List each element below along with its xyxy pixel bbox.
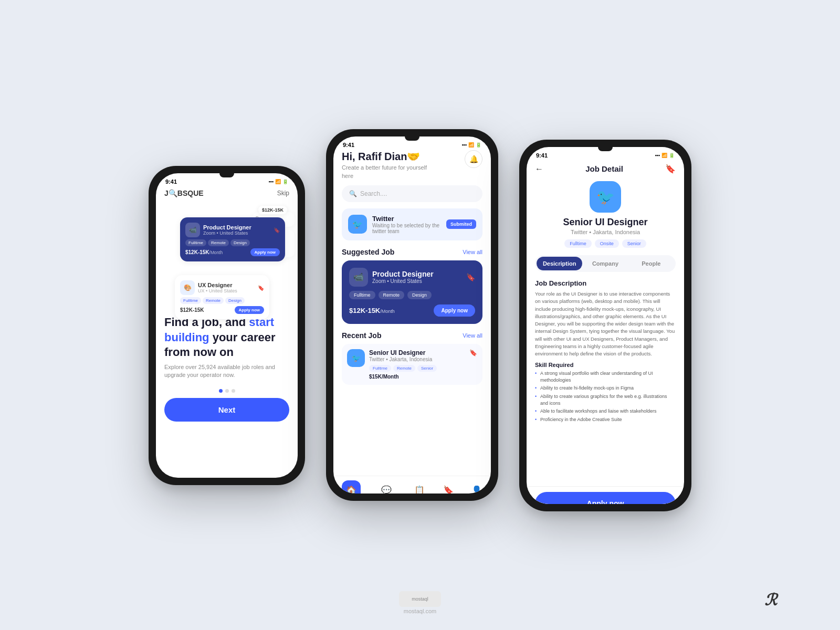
company-location: Twitter • Jakarta, Indonesia [535,229,676,235]
onboarding-subtext: Explore over 25,924 available job roles … [164,363,289,380]
nav-applied[interactable]: 📋 Applied [412,485,426,494]
ctag-onsite: Onsite [595,239,619,248]
notification-bell[interactable]: 🔔 [465,150,482,168]
recent-job-company: Twitter • Jakarta, Indonesia [369,356,465,362]
ftag-fulltime: Fulltime [349,291,375,299]
onboarding-content: J🔍BSQUE Skip $12K-15K 📹 Product Designer [156,187,298,478]
status-icons2: ▪▪▪ 📶 🔋 [461,142,481,148]
greeting-sub2: here [342,172,427,180]
jd-body: Your role as the UI Designer is to use i… [535,290,676,358]
job-cards-preview: $12K-15K 📹 Product Designer Zoom • Unite… [164,202,289,307]
tab-description[interactable]: Desicription [537,257,582,270]
wifi3-icon: 📶 [662,153,667,158]
skip-button[interactable]: Skip [277,190,289,197]
applied-card[interactable]: 🐦 Twitter Waiting to be selected by the … [342,208,482,240]
signal-icon: ▪▪▪ [268,179,274,184]
view-all2-btn[interactable]: View all [463,332,482,339]
ftag-remote: Remote [379,291,405,299]
jd-heading: Job Description [535,279,676,287]
card2-footer: $12K-15K Apply now [180,306,264,314]
detail-bookmark[interactable]: 🔖 [665,164,676,174]
detail-title: Job Detail [585,164,623,173]
nav-home[interactable]: 🏠 Home [342,480,361,494]
bookmark-icon[interactable]: 🔖 [274,227,280,233]
view-all-btn[interactable]: View all [463,249,482,255]
tab-company[interactable]: Company [582,257,628,270]
status-time2: 9:41 [343,142,354,148]
nav-profile[interactable]: 👤 Profile [471,485,483,494]
skill-2: Ability to create hi-fidelity mock-ups i… [535,385,676,392]
zoom-icon: 📹 [185,223,200,237]
battery-icon: 🔋 [282,179,288,184]
designer-signature: ℛ [764,591,777,609]
tag2-design: Design [225,297,245,304]
watermark: mostaql mostaql.com [399,591,441,614]
zoom-icon-featured: 📹 [349,268,368,287]
apply2-button[interactable]: Apply now [235,306,264,314]
featured-job-row: 📹 Product Designer Zoom • United States … [349,268,475,287]
dot-3 [232,389,235,393]
pagination-dots [164,389,289,393]
company-logo: 🐦 [590,181,621,213]
phone-home: 9:41 ▪▪▪ 📶 🔋 Hi, Rafif Dian🤝 Create a be… [326,129,498,501]
dot-2 [225,389,229,393]
card-tags: Fulltime Remote Design [185,239,280,246]
greeting-sub1: Create a better future for yourself [342,164,427,171]
bookmark2-icon[interactable]: 🔖 [258,285,264,291]
home-content: Hi, Rafif Dian🤝 Create a better future f… [333,150,491,476]
rtag-fulltime: Fulltime [369,365,391,372]
twitter-icon-recent: 🐦 [347,349,365,367]
featured-card: 📹 Product Designer Zoom • United States … [180,217,285,261]
tab-people[interactable]: People [628,257,674,270]
app-scene: 9:41 ▪▪▪ 📶 🔋 J🔍BSQUE Skip [0,0,840,630]
watermark-logo: mostaql [399,591,441,607]
recent-job-title: Senior UI Designer [369,349,465,356]
app-logo: J🔍BSQUE [164,189,204,197]
featured-footer: $12K-15K/Month Apply now [349,304,475,317]
search-bar[interactable]: 🔍 Search.... [342,185,482,202]
phone-onboarding: 9:41 ▪▪▪ 📶 🔋 J🔍BSQUE Skip [149,166,305,485]
phone2-screen: 9:41 ▪▪▪ 📶 🔋 Hi, Rafif Dian🤝 Create a be… [333,136,491,494]
featured-apply-btn[interactable]: Apply now [434,304,475,317]
search-icon: 🔍 [349,190,357,197]
search-placeholder: Search.... [360,190,387,197]
recent-title: Recent Job [342,331,381,340]
company-job-title: Senior UI Designer [535,217,676,228]
job-detail-content: ← Job Detail 🔖 🐦 Senior UI Designer Twit… [527,161,684,486]
next-button[interactable]: Next [164,398,289,422]
skill-4: Able to facilitate workshops and liaise … [535,408,676,415]
applied-company: Twitter [372,215,441,223]
profile-icon: 👤 [471,485,482,494]
featured-job-card[interactable]: 📹 Product Designer Zoom • United States … [342,260,482,324]
featured-bookmark[interactable]: 🔖 [466,273,475,281]
rtag-remote: Remote [393,365,415,372]
apply-now-button[interactable]: Apply now [535,492,676,504]
job-description-section: Job Description Your role as the UI Desi… [535,279,676,424]
apply-button[interactable]: Apply now [250,248,280,256]
ftag-design: Design [407,291,432,299]
tag-remote: Remote [208,239,229,246]
card-footer: $12K-15K/Month Apply now [185,248,280,256]
featured-tags: Fulltime Remote Design [349,291,475,299]
back-button[interactable]: ← [535,164,543,174]
tag-design: Design [230,239,250,246]
company-tags: Fulltime Onsite Senior [535,239,676,248]
recent-job-card[interactable]: 🐦 Senior UI Designer Twitter • Jakarta, … [342,344,482,385]
twitter-icon-applied: 🐦 [348,215,367,234]
applied-sub: Waiting to be selected by the twitter te… [372,223,441,234]
onboarding-heading: Find a job, and start building your care… [164,315,289,360]
nav-messages[interactable]: 💬 Messages [377,485,396,494]
applied-icon: 📋 [414,485,425,494]
detail-tabs: Desicription Company People [535,255,676,272]
skill-heading: Skill Required [535,362,676,368]
saved-icon: 🔖 [443,485,454,494]
status-time: 9:41 [165,178,177,185]
nav-saved[interactable]: 🔖 Saved [443,485,455,494]
recent-bookmark[interactable]: 🔖 [469,349,477,356]
app-header: J🔍BSQUE Skip [164,187,289,202]
bottom-navigation: 🏠 Home 💬 Messages 📋 Applied 🔖 Saved 👤 [333,476,491,494]
home-icon: 🏠 [342,480,361,494]
status-time3: 9:41 [536,152,548,159]
status-icons3: ▪▪▪ 📶 🔋 [655,153,675,158]
tag2-remote: Remote [203,297,224,304]
